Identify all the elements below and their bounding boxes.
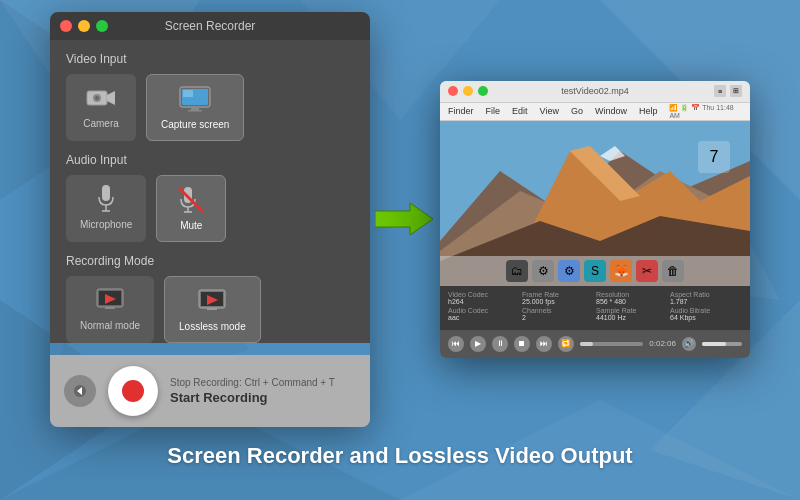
desktop-icon: 7 xyxy=(698,141,730,173)
lossless-mode-label: Lossless mode xyxy=(179,321,246,332)
lossless-mode-icon xyxy=(198,289,226,313)
player-controls: ⏮ ▶ ⏸ ⏹ ⏭ 🔁 0:02:06 🔊 xyxy=(440,330,750,358)
mute-label: Mute xyxy=(180,220,202,231)
player-menu: Finder File Edit View Go Window Help 📶 🔋… xyxy=(440,103,750,121)
info-key-channels: Channels xyxy=(522,307,594,314)
info-key-audio-bitrate: Audio Bitrate xyxy=(670,307,742,314)
info-key-frame-rate: Frame Rate xyxy=(522,291,594,298)
info-key-sample-rate: Sample Rate xyxy=(596,307,668,314)
capture-screen-label: Capture screen xyxy=(161,119,229,130)
info-val-audio-bitrate: 64 Kbps xyxy=(670,314,742,321)
menu-edit[interactable]: Edit xyxy=(512,106,528,116)
minimize-dot[interactable] xyxy=(78,20,90,32)
menu-window[interactable]: Window xyxy=(595,106,627,116)
dock-bar: 🗂 ⚙ ⚙ S 🦊 ✂ 🗑 xyxy=(440,256,750,286)
info-video-codec: Video Codec h264 xyxy=(448,291,520,305)
info-val-audio-codec: aac xyxy=(448,314,520,321)
svg-marker-37 xyxy=(375,203,433,235)
monitor-icon xyxy=(179,86,211,112)
back-icon xyxy=(73,384,87,398)
pause-button[interactable]: ⏸ xyxy=(492,336,508,352)
player-title: testVideo02.mp4 xyxy=(561,86,628,96)
window-body: Video Input Camera xyxy=(50,40,370,343)
skip-back-button[interactable]: ⏮ xyxy=(448,336,464,352)
player-video: 7 🗂 ⚙ ⚙ S 🦊 ✂ 🗑 xyxy=(440,121,750,286)
lossless-mode-option[interactable]: Lossless mode xyxy=(164,276,261,343)
toolbar-icon-2: ⊞ xyxy=(730,85,742,97)
skip-forward-button[interactable]: ⏭ xyxy=(536,336,552,352)
info-key-audio-codec: Audio Codec xyxy=(448,307,520,314)
record-dot xyxy=(122,380,144,402)
mute-icon xyxy=(177,186,205,214)
info-val-frame-rate: 25.000 fps xyxy=(522,298,594,305)
dock-icon-2[interactable]: ⚙ xyxy=(532,260,554,282)
menu-finder[interactable]: Finder xyxy=(448,106,474,116)
back-button[interactable] xyxy=(64,375,96,407)
recording-mode-row: Normal mode Lossless mode xyxy=(66,276,354,343)
info-grid: Video Codec h264 Frame Rate 25.000 fps R… xyxy=(448,291,742,321)
fullscreen-dot[interactable] xyxy=(96,20,108,32)
info-val-resolution: 856 * 480 xyxy=(596,298,668,305)
info-val-aspect-ratio: 1.787 xyxy=(670,298,742,305)
info-val-video-codec: h264 xyxy=(448,298,520,305)
dock-icon-4[interactable]: S xyxy=(584,260,606,282)
menu-file[interactable]: File xyxy=(486,106,501,116)
svg-point-14 xyxy=(95,96,99,100)
normal-mode-icon xyxy=(96,288,124,312)
stop-shortcut: Stop Recording: Ctrl + Command + T xyxy=(170,377,335,388)
recording-mode-label: Recording Mode xyxy=(66,254,354,268)
camera-label: Camera xyxy=(83,118,119,129)
content-wrapper: Screen Recorder Video Input xyxy=(0,0,800,500)
svg-rect-30 xyxy=(105,307,115,309)
normal-mode-option[interactable]: Normal mode xyxy=(66,276,154,343)
svg-rect-18 xyxy=(188,110,202,112)
info-audio-bitrate: Audio Bitrate 64 Kbps xyxy=(670,307,742,321)
video-input-label: Video Input xyxy=(66,52,354,66)
player-close-dot[interactable] xyxy=(448,86,458,96)
loop-button[interactable]: 🔁 xyxy=(558,336,574,352)
progress-bar[interactable] xyxy=(580,342,643,346)
record-button[interactable] xyxy=(108,366,158,416)
stop-button[interactable]: ⏹ xyxy=(514,336,530,352)
dock-icon-5[interactable]: 🦊 xyxy=(610,260,632,282)
arrow-icon xyxy=(375,199,435,239)
info-key-aspect-ratio: Aspect Ratio xyxy=(670,291,742,298)
headline: Screen Recorder and Lossless Video Outpu… xyxy=(167,443,632,469)
mute-icon-area xyxy=(173,186,209,214)
player-fullscreen-dot[interactable] xyxy=(478,86,488,96)
dock-icon-1[interactable]: 🗂 xyxy=(506,260,528,282)
svg-marker-12 xyxy=(107,91,115,105)
player-minimize-dot[interactable] xyxy=(463,86,473,96)
dock-icon-7[interactable]: 🗑 xyxy=(662,260,684,282)
play-button[interactable]: ▶ xyxy=(470,336,486,352)
normal-mode-label: Normal mode xyxy=(80,320,140,331)
dock-icon-3[interactable]: ⚙ xyxy=(558,260,580,282)
camera-option[interactable]: Camera xyxy=(66,74,136,141)
close-dot[interactable] xyxy=(60,20,72,32)
menu-view[interactable]: View xyxy=(540,106,559,116)
progress-fill xyxy=(580,342,593,346)
audio-input-row: Microphone Mute xyxy=(66,175,354,242)
recording-bar: Stop Recording: Ctrl + Command + T Start… xyxy=(50,355,370,427)
menu-help[interactable]: Help xyxy=(639,106,658,116)
camera-icon-area xyxy=(83,84,119,112)
svg-rect-20 xyxy=(102,185,110,201)
microphone-icon-area xyxy=(88,185,124,213)
svg-rect-17 xyxy=(191,107,199,110)
toolbar-icon-1: ≡ xyxy=(714,85,726,97)
audio-input-label: Audio Input xyxy=(66,153,354,167)
desktop-background: 7 🗂 ⚙ ⚙ S 🦊 ✂ 🗑 xyxy=(440,121,750,286)
mute-option[interactable]: Mute xyxy=(156,175,226,242)
svg-rect-19 xyxy=(183,90,193,97)
svg-rect-34 xyxy=(207,308,217,310)
recording-info: Stop Recording: Ctrl + Command + T Start… xyxy=(170,377,335,405)
capture-screen-option[interactable]: Capture screen xyxy=(146,74,244,141)
menu-go[interactable]: Go xyxy=(571,106,583,116)
start-recording-label: Start Recording xyxy=(170,390,335,405)
video-input-row: Camera Capture screen xyxy=(66,74,354,141)
info-aspect-ratio: Aspect Ratio 1.787 xyxy=(670,291,742,305)
volume-icon[interactable]: 🔊 xyxy=(682,337,696,351)
dock-icon-6[interactable]: ✂ xyxy=(636,260,658,282)
microphone-option[interactable]: Microphone xyxy=(66,175,146,242)
volume-slider[interactable] xyxy=(702,342,742,346)
